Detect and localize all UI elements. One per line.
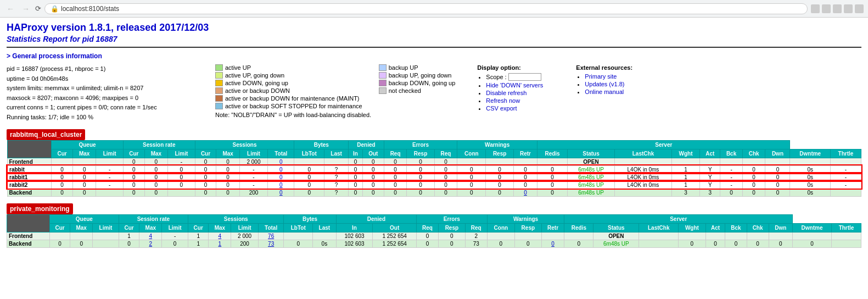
retr-link2[interactable]: 0	[551, 241, 555, 247]
table-row: rabbit 00- 000 00- 0 0? 00 00 000 00 6m4…	[7, 165, 861, 173]
th-bytes: Bytes	[294, 140, 349, 149]
row-name: Backend	[7, 189, 52, 196]
star-icon[interactable]	[811, 4, 820, 13]
legend-box	[215, 95, 223, 102]
row-name: rabbit	[7, 165, 52, 173]
online-manual-link[interactable]: Online manual	[585, 88, 624, 95]
total-link[interactable]: 0	[279, 174, 283, 180]
th-outb: Out	[373, 223, 417, 232]
th-max2b: Max	[139, 223, 162, 232]
th-statusb: Status	[593, 223, 639, 232]
total-link[interactable]: 0	[279, 159, 283, 165]
max-link3[interactable]: 2	[149, 241, 153, 247]
th-inb: In	[336, 223, 373, 232]
status-cell: 6m48s UP	[567, 189, 614, 196]
total-link[interactable]: 0	[279, 167, 283, 173]
section-rabbitmq-title: rabbitmq_local_cluster	[7, 129, 85, 140]
row-name: Frontend	[7, 232, 50, 240]
back-button[interactable]: ←	[4, 3, 16, 14]
th-dwnb: Dwn	[769, 223, 792, 232]
col-header-row: Cur Max Limit Cur Max Limit Cur Max Limi…	[7, 149, 861, 158]
display-options-list: Scope : Hide 'DOWN' servers Disable refr…	[477, 73, 565, 112]
reload-button[interactable]: ⟳	[35, 4, 41, 13]
ext-resources-header: External resources:	[576, 64, 653, 71]
row-name: Frontend	[7, 158, 52, 165]
th-errors: Errors	[384, 140, 457, 149]
forward-button[interactable]: →	[20, 3, 32, 14]
th-req2b: Req	[465, 223, 487, 232]
th-resp2: Resp	[486, 149, 513, 158]
csv-export-link[interactable]: CSV export	[486, 105, 517, 112]
updates-link[interactable]: Updates (v1.8)	[585, 81, 624, 87]
total-link2[interactable]: 76	[268, 233, 274, 239]
table-private: Queue Session rate Sessions Bytes Denied…	[7, 214, 861, 248]
th-connb: Conn	[487, 223, 514, 232]
row-name: Backend	[7, 240, 50, 247]
row-name: rabbit2	[7, 181, 52, 189]
th-cur2: Cur	[123, 149, 144, 158]
th-max1b: Max	[70, 223, 93, 232]
total-link3[interactable]: 73	[268, 241, 274, 247]
row-name: rabbit1	[7, 173, 52, 181]
th-limit2b: Limit	[162, 223, 188, 232]
profile-icon[interactable]	[822, 4, 831, 13]
table-row: Backend 00 00 00200 0 0? 00 00 000 0 0 6…	[7, 189, 861, 196]
th-lbtot: LbTot	[294, 149, 324, 158]
section-private-title: private_monitoring	[7, 203, 73, 214]
refresh-now-item: Refresh now	[486, 97, 565, 104]
group-header-row: Queue Session rate Sessions Bytes Denied…	[7, 140, 861, 149]
scope-input[interactable]	[508, 73, 541, 81]
th-session-rate2: Session rate	[119, 214, 188, 223]
primary-site-link[interactable]: Primary site	[585, 73, 617, 80]
ext-icon2[interactable]	[844, 4, 853, 13]
refresh-now-link[interactable]: Refresh now	[486, 97, 520, 104]
max-link4[interactable]: 1	[219, 241, 222, 247]
th-redisb: Redis	[564, 223, 593, 232]
th-total: Total	[268, 149, 294, 158]
legend-box	[215, 103, 223, 109]
legend-box	[215, 87, 223, 94]
legend-not-checked: not checked	[379, 87, 456, 94]
th-bckb: Bck	[725, 223, 747, 232]
retr-link[interactable]: 0	[524, 190, 527, 196]
th-resp2b: Resp	[515, 223, 542, 232]
legend-backup-down-going-up: backup DOWN, going up	[379, 80, 456, 86]
page-content: HAProxy version 1.8.1, released 2017/12/…	[0, 18, 868, 259]
th-warnings: Warnings	[457, 140, 537, 149]
th-server2: Server	[564, 214, 793, 223]
legend-box	[379, 72, 387, 79]
total-link[interactable]: 0	[279, 190, 283, 196]
ext-icon1[interactable]	[833, 4, 842, 13]
th-max3: Max	[216, 149, 239, 158]
th-sessions: Sessions	[195, 140, 294, 149]
th-denied2: Denied	[336, 214, 416, 223]
disable-refresh-link[interactable]: Disable refresh	[486, 90, 527, 96]
address-bar[interactable]: 🔒 localhost:8100/stats	[44, 3, 808, 14]
th-limit2: Limit	[168, 149, 195, 158]
total-link[interactable]: 0	[279, 182, 283, 188]
col-header-row-2: Cur Max Limit Cur Max Limit Cur Max Limi…	[7, 223, 861, 232]
th-empty2	[7, 214, 50, 232]
legend-right: backup UP backup UP, going down backup D…	[379, 64, 456, 109]
th-cur3: Cur	[195, 149, 216, 158]
th-in: In	[349, 149, 363, 158]
max-link2[interactable]: 4	[219, 233, 222, 239]
scope-label: Scope :	[486, 74, 506, 80]
legend-box	[379, 64, 387, 71]
page-subtitle: Statistics Report for pid 16887	[7, 35, 861, 43]
legend-backup-up-going-down: backup UP, going down	[379, 72, 456, 79]
th-retrb: Retr	[541, 223, 564, 232]
th-cur1: Cur	[52, 149, 73, 158]
title-divider	[7, 47, 861, 48]
max-link[interactable]: 4	[149, 233, 153, 239]
hide-down-link[interactable]: Hide 'DOWN' servers	[486, 82, 543, 88]
th-chkb: Chk	[747, 223, 769, 232]
general-section-header: > General process information	[7, 52, 861, 60]
th-warnings2: Warnings	[487, 214, 564, 223]
status-cell: 6m48s UP	[567, 165, 614, 173]
status-cell: OPEN	[567, 158, 614, 165]
menu-icon[interactable]	[855, 4, 864, 13]
th-out: Out	[362, 149, 384, 158]
th-denied: Denied	[349, 140, 384, 149]
legend-left: active UP active UP, going down active D…	[215, 64, 362, 109]
